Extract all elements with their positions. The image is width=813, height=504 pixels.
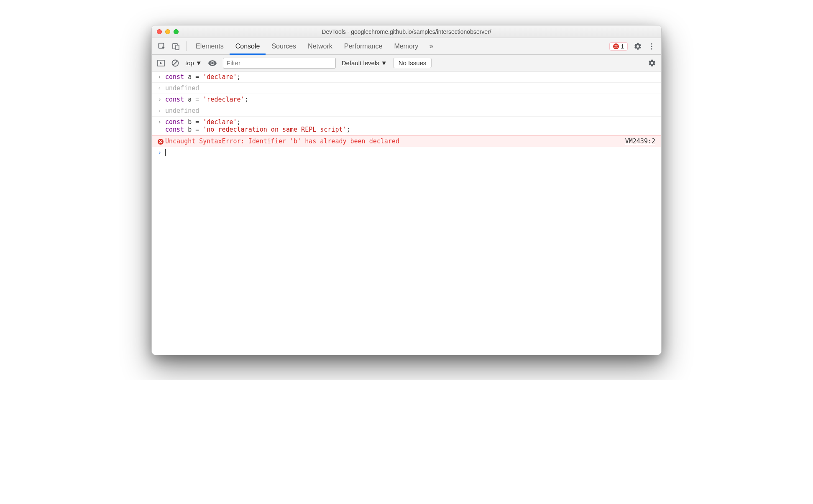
log-levels-selector[interactable]: Default levels ▼: [342, 59, 387, 66]
device-toolbar-icon[interactable]: [172, 42, 180, 51]
console-result-row: ‹undefined: [152, 83, 661, 94]
traffic-lights: [157, 29, 179, 34]
console-output[interactable]: ›const a = 'declare';‹undefined›const a …: [152, 71, 661, 355]
svg-point-3: [651, 43, 652, 44]
error-icon: [158, 139, 164, 145]
console-prompt[interactable]: ›: [152, 147, 661, 158]
toggle-sidebar-icon[interactable]: [157, 59, 165, 67]
text-cursor: [165, 149, 166, 156]
window-title: DevTools - googlechrome.github.io/sample…: [152, 28, 661, 35]
svg-point-4: [651, 46, 652, 47]
console-code: const a = 'redeclare';: [165, 96, 655, 103]
tabbar-divider: [186, 41, 187, 51]
minimize-window-button[interactable]: [165, 29, 170, 34]
console-result-row: ‹undefined: [152, 105, 661, 117]
window-titlebar: DevTools - googlechrome.github.io/sample…: [152, 25, 661, 38]
console-code: const a = 'declare';: [165, 73, 655, 81]
console-input-row: ›const a = 'declare';: [152, 71, 661, 83]
result-chevron-icon: ‹: [158, 107, 165, 115]
svg-point-5: [651, 48, 652, 49]
error-source-link[interactable]: VM2439:2: [625, 137, 655, 145]
prompt-chevron-icon: ›: [158, 149, 165, 156]
tab-memory[interactable]: Memory: [388, 38, 424, 54]
issues-button[interactable]: No Issues: [393, 58, 432, 68]
console-result: undefined: [165, 84, 655, 92]
tab-performance[interactable]: Performance: [338, 38, 389, 54]
tab-console[interactable]: Console: [230, 38, 266, 54]
error-count-badge[interactable]: 1: [609, 42, 628, 51]
input-chevron-icon: ›: [158, 73, 165, 81]
zoom-window-button[interactable]: [174, 29, 179, 34]
devtools-window: DevTools - googlechrome.github.io/sample…: [151, 25, 662, 355]
input-chevron-icon: ›: [158, 96, 165, 103]
clear-console-icon[interactable]: [171, 59, 179, 67]
kebab-menu-icon[interactable]: [648, 43, 655, 50]
tab-sources[interactable]: Sources: [266, 38, 302, 54]
filter-input[interactable]: [223, 58, 336, 69]
error-count: 1: [621, 43, 624, 50]
tab-elements[interactable]: Elements: [190, 38, 230, 54]
inspect-element-icon[interactable]: [158, 42, 166, 51]
console-result: undefined: [165, 107, 655, 115]
console-error-row: Uncaught SyntaxError: Identifier 'b' has…: [152, 135, 661, 147]
console-settings-icon[interactable]: [648, 59, 656, 67]
live-expression-icon[interactable]: [208, 59, 217, 68]
chevron-down-icon: ▼: [196, 59, 202, 66]
console-input-row: ›const a = 'redeclare';: [152, 94, 661, 105]
execution-context-selector[interactable]: top ▼: [185, 59, 202, 66]
svg-rect-2: [176, 45, 179, 50]
settings-icon[interactable]: [634, 42, 642, 51]
error-icon: [613, 43, 619, 49]
chevron-down-icon: ▼: [381, 59, 387, 66]
tab-network[interactable]: Network: [302, 38, 338, 54]
more-tabs-icon[interactable]: »: [424, 38, 438, 54]
result-chevron-icon: ‹: [158, 84, 165, 92]
console-code: const b = 'declare'; const b = 'no redec…: [165, 118, 655, 133]
console-toolbar: top ▼ Default levels ▼ No Issues: [152, 55, 661, 71]
close-window-button[interactable]: [157, 29, 162, 34]
input-chevron-icon: ›: [158, 118, 165, 126]
console-input-row: ›const b = 'declare'; const b = 'no rede…: [152, 117, 661, 135]
error-message: Uncaught SyntaxError: Identifier 'b' has…: [165, 137, 625, 145]
main-tabbar: ElementsConsoleSourcesNetworkPerformance…: [152, 38, 661, 55]
